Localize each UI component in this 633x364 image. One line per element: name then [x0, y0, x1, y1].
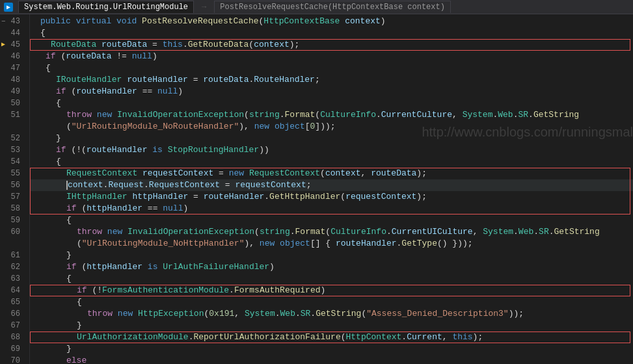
code-line: if (httpHandler == null)	[30, 203, 633, 214]
code-line: {	[30, 156, 633, 168]
tab2-label: PostResolveRequestCache(HttpContextBase …	[220, 3, 445, 12]
code-line: {	[30, 98, 633, 109]
code-line: IHttpHandler httpHandler = routeHandler.…	[30, 191, 633, 203]
tab-active[interactable]: System.Web.Routing.UrlRoutingModule	[18, 1, 194, 13]
code-line: public virtual void PostResolveRequestCa…	[30, 16, 633, 27]
app-icon: ▶	[4, 3, 13, 12]
code-line: {	[30, 62, 633, 74]
code-line: if (httpHandler is UrlAuthFailureHandler…	[30, 261, 633, 273]
code-line: else	[30, 355, 633, 364]
code-line: {	[30, 296, 633, 308]
code-line: }	[30, 250, 633, 261]
code-line: throw new InvalidOperationException(stri…	[30, 226, 633, 238]
line-numbers: 4344454647484950515253545556575859606162…	[0, 14, 30, 364]
code-line: if (!(routeHandler is StopRoutingHandler…	[30, 144, 633, 156]
tab-separator: →	[199, 3, 209, 12]
code-line: {	[30, 273, 633, 285]
code-line: throw new InvalidOperationException(stri…	[30, 109, 633, 121]
code-lines: public virtual void PostResolveRequestCa…	[30, 14, 633, 364]
code-area: 4344454647484950515253545556575859606162…	[0, 14, 633, 364]
code-line: if (!FormsAuthenticationModule.FormsAuth…	[30, 285, 633, 296]
code-line: throw new HttpException(0x191, System.We…	[30, 308, 633, 320]
code-line: IRouteHandler routeHandler = routeData.R…	[30, 74, 633, 86]
code-line: RequestContext requestContext = new Requ…	[30, 168, 633, 179]
code-line: if (routeData != null)	[30, 51, 633, 62]
code-line: }	[30, 133, 633, 144]
code-line: UrlAuthorizationModule.ReportUrlAuthoriz…	[30, 332, 633, 343]
code-line: }	[30, 343, 633, 355]
code-container: http://www.cnblogs.com/runningsmal publi…	[30, 14, 633, 364]
code-line: ("UrlRoutingModule_NoHttpHandler"), new …	[30, 238, 633, 250]
tab-method[interactable]: PostResolveRequestCache(HttpContextBase …	[214, 1, 451, 13]
title-bar: ▶ System.Web.Routing.UrlRoutingModule → …	[0, 0, 633, 14]
code-line: context.Request.RequestContext = request…	[30, 179, 633, 191]
code-line: }	[30, 320, 633, 332]
code-line: if (routeHandler == null)	[30, 86, 633, 98]
tab1-label: System.Web.Routing.UrlRoutingModule	[24, 3, 188, 12]
code-line: RouteData routeData = this.GetRouteData(…	[30, 39, 633, 51]
code-line: ("UrlRoutingModule_NoRouteHandler"), new…	[30, 121, 633, 133]
code-line: {	[30, 27, 633, 39]
code-line: {	[30, 214, 633, 226]
